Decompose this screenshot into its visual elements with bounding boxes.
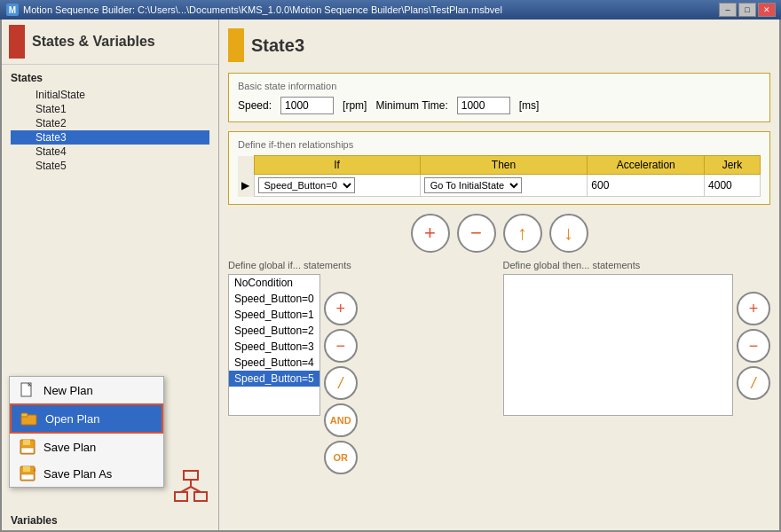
min-time-input[interactable]: [457, 97, 510, 114]
edit-icon: /: [751, 374, 755, 393]
svg-rect-14: [194, 492, 207, 501]
header-accent: [9, 25, 25, 59]
menu-item-save-plan[interactable]: Save Plan: [10, 434, 163, 460]
menu-item-open-plan[interactable]: Open Plan: [10, 403, 163, 434]
min-time-unit: [ms]: [519, 99, 540, 112]
global-if-item-3[interactable]: Speed_Button=3: [229, 339, 320, 355]
panel-title: States & Variables: [32, 34, 155, 50]
svg-text:+: +: [33, 466, 36, 474]
global-if-item-0[interactable]: Speed_Button=0: [229, 291, 320, 307]
tree-item-state4[interactable]: State4: [11, 145, 209, 159]
tree-item-initialstate[interactable]: InitialState: [11, 88, 209, 102]
and-label: AND: [330, 415, 351, 426]
diagram-icon-area: [173, 469, 209, 507]
new-doc-icon: [19, 381, 36, 399]
window-title: Motion Sequence Builder: C:\Users\...\Do…: [23, 4, 719, 15]
menu-item-open-plan-label: Open Plan: [45, 412, 99, 426]
panel-header: States & Variables: [2, 20, 218, 65]
global-if-and-button[interactable]: AND: [324, 403, 358, 437]
tree-item-state5[interactable]: State5: [11, 159, 209, 173]
title-bar: M Motion Sequence Builder: C:\Users\...\…: [0, 0, 781, 20]
ifthen-buttons: + − ↑ ↓: [228, 214, 770, 253]
state-header: State3: [228, 28, 770, 62]
svg-rect-9: [23, 466, 30, 472]
ifthen-table: If Then Acceleration Jerk ▶ Speed_Button…: [238, 155, 761, 197]
speed-input[interactable]: [280, 97, 334, 114]
menu-item-save-plan-as[interactable]: + Save Plan As: [10, 460, 163, 487]
tree-item-state3[interactable]: State3: [11, 130, 209, 145]
global-if-remove-button[interactable]: −: [324, 329, 358, 363]
menu-item-save-plan-label: Save Plan: [43, 441, 96, 454]
minus-icon: −: [335, 337, 345, 356]
svg-rect-10: [21, 474, 34, 480]
col-jerk-header: Jerk: [705, 156, 761, 175]
global-then-edit-button[interactable]: /: [737, 366, 770, 400]
row-arrow: ▶: [238, 175, 254, 197]
global-if-item-1[interactable]: Speed_Button=1: [229, 307, 320, 323]
minus-icon: −: [470, 222, 482, 245]
global-then-add-button[interactable]: +: [737, 292, 770, 325]
open-folder-icon: [20, 410, 38, 427]
save-as-icon: +: [19, 465, 36, 482]
basic-info-title: Basic state information: [238, 81, 761, 91]
maximize-button[interactable]: □: [738, 3, 756, 17]
global-then-remove-button[interactable]: −: [737, 329, 770, 363]
menu-item-new-plan-label: New Plan: [43, 384, 93, 397]
global-then-label: Define global then... statements: [503, 260, 771, 270]
window-controls: – □ ✕: [719, 3, 776, 17]
info-row: Speed: [rpm] Minimum Time: [ms]: [238, 97, 761, 114]
jerk-cell[interactable]: 4000: [705, 175, 761, 197]
global-if-item-nocondition[interactable]: NoCondition: [229, 275, 320, 291]
ifthen-add-button[interactable]: +: [411, 214, 450, 253]
close-button[interactable]: ✕: [758, 3, 776, 17]
global-then-row: + − /: [503, 274, 771, 416]
plus-icon: +: [424, 222, 436, 245]
tree-item-state1[interactable]: State1: [11, 102, 209, 116]
right-panel: State3 Basic state information Speed: [r…: [219, 20, 779, 530]
ifthen-row: ▶ Speed_Button=0 Go To InitialState: [238, 175, 761, 197]
svg-rect-7: [21, 448, 34, 453]
global-if-panel: Define global if... statements NoConditi…: [228, 260, 496, 474]
speed-unit: [rpm]: [343, 99, 367, 112]
edit-icon: /: [338, 374, 343, 393]
col-accel-header: Acceleration: [588, 156, 705, 175]
svg-rect-13: [175, 492, 187, 501]
ifthen-down-button[interactable]: ↓: [549, 214, 588, 253]
global-if-or-button[interactable]: OR: [324, 441, 358, 474]
global-if-list[interactable]: NoCondition Speed_Button=0 Speed_Button=…: [228, 274, 320, 416]
if-select[interactable]: Speed_Button=0: [258, 177, 355, 193]
minus-icon: −: [749, 337, 759, 356]
svg-text:M: M: [9, 5, 16, 15]
global-if-label: Define global if... statements: [228, 260, 496, 270]
global-if-row: NoCondition Speed_Button=0 Speed_Button=…: [228, 274, 496, 474]
then-select[interactable]: Go To InitialState: [424, 177, 522, 193]
global-if-item-4[interactable]: Speed_Button=4: [229, 355, 320, 371]
or-label: OR: [334, 452, 349, 463]
states-label: States: [11, 72, 209, 84]
global-if-item-2[interactable]: Speed_Button=2: [229, 323, 320, 339]
accel-cell[interactable]: 600: [588, 175, 705, 197]
if-cell[interactable]: Speed_Button=0: [254, 175, 420, 197]
global-section: Define global if... statements NoConditi…: [228, 260, 770, 474]
plus-icon: +: [335, 300, 345, 318]
down-icon: ↓: [564, 222, 573, 245]
global-then-panel: Define global then... statements + − /: [503, 260, 771, 474]
ifthen-remove-button[interactable]: −: [457, 214, 496, 253]
ifthen-box: Define if-then relationships If Then Acc…: [228, 131, 770, 205]
global-if-add-button[interactable]: +: [324, 292, 358, 325]
save-icon: [19, 438, 36, 456]
global-if-item-5[interactable]: Speed_Button=5: [229, 371, 320, 387]
ifthen-up-button[interactable]: ↑: [503, 214, 542, 253]
menu-item-new-plan[interactable]: New Plan: [10, 377, 163, 403]
app-icon: M: [5, 3, 20, 17]
global-if-edit-button[interactable]: /: [324, 366, 358, 400]
global-then-list[interactable]: [503, 274, 734, 416]
tree-item-state2[interactable]: State2: [11, 116, 209, 130]
speed-label: Speed:: [238, 99, 272, 112]
then-cell[interactable]: Go To InitialState: [420, 175, 588, 197]
col-if-header: If: [254, 156, 420, 175]
svg-rect-6: [23, 440, 30, 445]
state-title: State3: [251, 35, 304, 56]
minimize-button[interactable]: –: [719, 3, 737, 17]
state-accent: [228, 28, 244, 62]
